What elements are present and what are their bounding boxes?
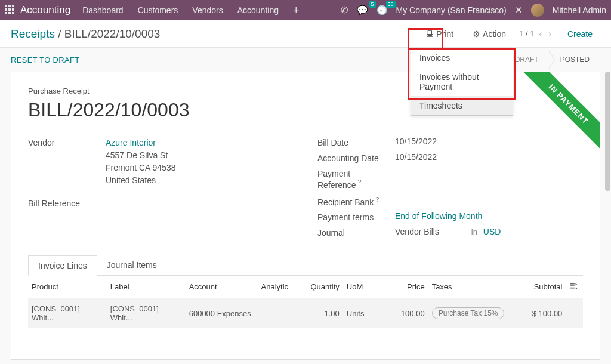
table-row[interactable]: [CONS_0001] Whit... [CONS_0001] Whit... … <box>28 298 583 329</box>
create-button[interactable]: Create <box>560 26 600 42</box>
vendor-link[interactable]: Azure Interior <box>106 138 156 147</box>
payment-terms-link[interactable]: End of Following Month <box>395 211 482 221</box>
print-item-invoices-without-payment[interactable]: Invoices without Payment <box>411 67 513 96</box>
col-label[interactable]: Label <box>107 276 186 298</box>
ribbon-in-payment: In Payment <box>516 72 600 156</box>
cell-analytic <box>258 298 304 329</box>
vendor-addr2: Fremont CA 94538 <box>106 163 176 172</box>
messages-icon[interactable]: 💬5 <box>357 5 368 16</box>
nav-customers[interactable]: Customers <box>138 5 178 15</box>
recipient-bank-label: Recipient Bank? <box>317 195 395 207</box>
nav-vendors[interactable]: Vendors <box>192 5 223 15</box>
pager-value[interactable]: 1 / 1 <box>519 29 534 38</box>
accounting-date-label: Accounting Date <box>317 152 395 163</box>
payment-reference-label: Payment Reference? <box>317 168 395 190</box>
col-uom[interactable]: UoM <box>343 276 376 298</box>
apps-launcher-icon[interactable] <box>5 5 16 16</box>
cell-account: 600000 Expenses <box>186 298 258 329</box>
pager-prev-icon[interactable]: ‹ <box>538 29 543 39</box>
action-label: Action <box>483 29 506 39</box>
options-icon[interactable] <box>569 282 578 290</box>
breadcrumb-root[interactable]: Receipts <box>11 27 55 40</box>
col-subtotal[interactable]: Subtotal <box>513 276 566 298</box>
gear-icon: ⚙ <box>473 29 480 39</box>
nav-dashboard[interactable]: Dashboard <box>82 5 124 15</box>
print-item-invoices[interactable]: Invoices <box>411 48 513 67</box>
tools-icon[interactable]: ✕ <box>515 5 523 16</box>
currency-in: in <box>471 227 477 236</box>
help-icon[interactable]: ? <box>375 196 379 203</box>
vendor-label: Vendor <box>28 137 106 187</box>
journal-label: Journal <box>317 227 395 237</box>
activities-badge: 38 <box>386 1 396 8</box>
pager-next-icon[interactable]: › <box>547 29 553 39</box>
col-price[interactable]: Price <box>376 276 428 298</box>
bill-reference-value <box>106 198 294 208</box>
tab-journal-items[interactable]: Journal Items <box>97 255 166 275</box>
app-name[interactable]: Accounting <box>20 4 70 16</box>
company-selector[interactable]: My Company (San Francisco) <box>396 5 507 15</box>
user-menu[interactable]: Mitchell Admin <box>553 5 606 15</box>
bill-date-label: Bill Date <box>317 137 395 147</box>
avatar[interactable] <box>531 4 544 17</box>
cell-uom: Units <box>343 298 376 329</box>
tab-invoice-lines[interactable]: Invoice Lines <box>28 255 97 276</box>
print-icon: 🖶 <box>425 29 434 39</box>
print-label: Print <box>436 29 453 39</box>
phone-icon[interactable]: ✆ <box>341 5 348 16</box>
recipient-bank-value <box>395 195 583 207</box>
print-dropdown: Invoices Invoices without Payment Timesh… <box>411 48 513 116</box>
payment-reference-value <box>395 168 583 190</box>
tax-pill: Purchase Tax 15% <box>432 307 505 319</box>
cell-label: [CONS_0001] Whit... <box>107 298 186 329</box>
vendor-addr1: 4557 De Silva St <box>106 150 168 160</box>
scrollbar[interactable] <box>605 72 610 191</box>
print-button[interactable]: 🖶 Print <box>419 26 459 42</box>
cell-product: [CONS_0001] Whit... <box>28 298 107 329</box>
nav-accounting[interactable]: Accounting <box>237 5 279 15</box>
breadcrumb: Receipts / BILL/2022/10/0003 <box>11 27 160 41</box>
help-icon[interactable]: ? <box>358 178 362 186</box>
payment-terms-label: Payment terms <box>317 211 395 222</box>
col-quantity[interactable]: Quantity <box>303 276 342 298</box>
col-taxes[interactable]: Taxes <box>428 276 514 298</box>
currency-link[interactable]: USD <box>483 227 501 236</box>
print-item-timesheets[interactable]: Timesheets <box>411 96 513 115</box>
nav-more-icon[interactable]: + <box>293 4 300 17</box>
action-button[interactable]: ⚙ Action <box>467 26 512 42</box>
cell-price: 100.00 <box>376 298 428 329</box>
cell-qty: 1.00 <box>303 298 342 329</box>
activities-icon[interactable]: 🕘38 <box>377 5 388 16</box>
reset-to-draft-button[interactable]: Reset To Draft <box>11 55 79 64</box>
vendor-country: United States <box>106 175 156 185</box>
breadcrumb-current: BILL/2022/10/0003 <box>64 27 161 40</box>
journal-value: Vendor Bills <box>395 227 439 236</box>
messages-badge: 5 <box>369 1 376 8</box>
status-posted[interactable]: Posted <box>550 51 600 69</box>
col-product[interactable]: Product <box>28 276 107 298</box>
col-account[interactable]: Account <box>186 276 258 298</box>
bill-reference-label: Bill Reference <box>28 198 106 208</box>
cell-subtotal: $ 100.00 <box>513 298 566 329</box>
col-analytic[interactable]: Analytic <box>258 276 304 298</box>
